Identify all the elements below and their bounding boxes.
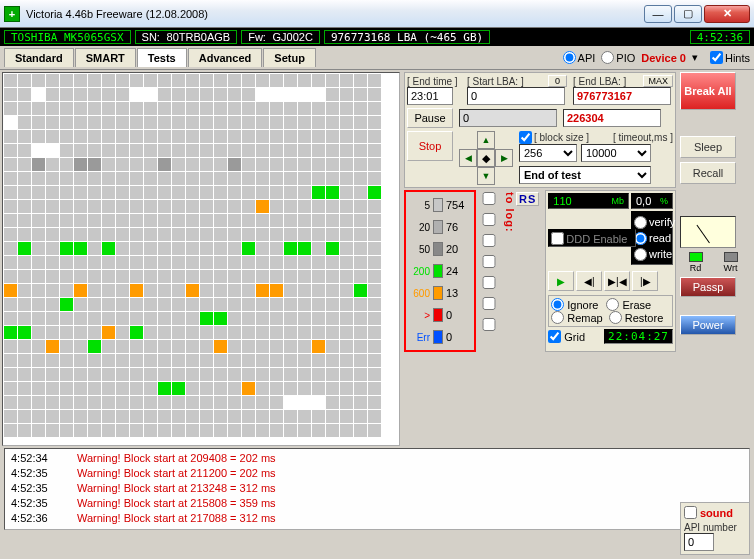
grid-cell [60,284,73,297]
end-time-input[interactable] [407,87,453,105]
end-max-button[interactable]: MAX [643,75,673,87]
pio-radio[interactable]: PIO [601,51,635,64]
close-button[interactable]: ✕ [704,5,750,23]
api-number-input[interactable] [684,533,714,551]
remap-radio[interactable]: Remap [551,311,602,324]
grid-cell [46,74,59,87]
stat-log-check-5[interactable] [480,297,498,310]
stat-log-check-2[interactable] [480,234,498,247]
timeout-select[interactable]: 10000 [581,144,651,162]
grid-cell [144,88,157,101]
action-select[interactable]: End of test [519,166,651,184]
nav-center[interactable]: ◆ [477,149,495,167]
nav-right[interactable]: ▶ [495,149,513,167]
bottom-options: sound API number [680,502,750,555]
grid-cell [158,256,171,269]
tab-setup[interactable]: Setup [263,48,316,67]
blocksize-check[interactable] [519,131,532,144]
write-radio[interactable]: write [634,248,670,261]
grid-cell [284,186,297,199]
grid-cell [368,74,381,87]
passp-button[interactable]: Passp [680,277,736,297]
grid-cell [60,424,73,437]
grid-cell [172,214,185,227]
verify-radio[interactable]: verify [634,216,670,229]
grid-cell [214,312,227,325]
play-button[interactable]: ▶ [548,271,574,291]
grid-cell [130,256,143,269]
grid-cell [144,298,157,311]
pause-button[interactable]: Pause [407,108,453,128]
read-radio[interactable]: read [634,232,670,245]
restore-radio[interactable]: Restore [609,311,664,324]
timing-stats: 5754207650202002460013>0Err0 [404,190,476,352]
grid-cell [46,214,59,227]
break-all-button[interactable]: Break All [680,72,736,110]
grid-cell [256,228,269,241]
grid-cell [242,298,255,311]
grid-cell [116,200,129,213]
grid-cell [354,116,367,129]
grid-cell [18,214,31,227]
grid-cell [270,158,283,171]
grid-cell [158,298,171,311]
stat-log-check-0[interactable] [480,192,498,205]
stat-log-check-3[interactable] [480,255,498,268]
grid-cell [172,354,185,367]
grid-cell [284,382,297,395]
stop-button[interactable]: Stop [407,131,453,161]
grid-check[interactable]: Grid [548,330,585,343]
grid-cell [74,200,87,213]
minimize-button[interactable]: — [644,5,672,23]
erase-radio[interactable]: Erase [606,298,651,311]
grid-cell [130,340,143,353]
step-fwd-button[interactable]: |▶ [632,271,658,291]
start-lba-input[interactable] [467,87,565,105]
power-button[interactable]: Power [680,315,736,335]
grid-cell [18,144,31,157]
ddd-check[interactable]: DDD Enable [551,232,633,245]
grid-cell [74,298,87,311]
sleep-button[interactable]: Sleep [680,136,736,158]
tab-advanced[interactable]: Advanced [188,48,263,67]
position-input[interactable] [563,109,661,127]
device-dropdown-icon[interactable]: ▾ [692,51,698,64]
grid-cell [340,284,353,297]
grid-cell [60,200,73,213]
grid-cell [256,130,269,143]
stat-log-check-1[interactable] [480,213,498,226]
grid-cell [326,186,339,199]
tab-smart[interactable]: SMART [75,48,136,67]
stat-log-check-6[interactable] [480,318,498,331]
start-zero-button[interactable]: 0 [548,75,567,87]
nav-up[interactable]: ▲ [477,131,495,149]
tab-tests[interactable]: Tests [137,48,187,67]
stat-log-check-4[interactable] [480,276,498,289]
grid-cell [4,340,17,353]
ignore-radio[interactable]: Ignore [551,298,598,311]
step-back-button[interactable]: ◀| [576,271,602,291]
recall-button[interactable]: Recall [680,162,736,184]
grid-cell [228,228,241,241]
grid-cell [60,242,73,255]
grid-cell [46,424,59,437]
grid-cell [368,102,381,115]
grid-cell [326,116,339,129]
end-lba-input[interactable] [573,87,671,105]
grid-cell [186,326,199,339]
grid-cell [186,102,199,115]
grid-cell [312,130,325,143]
grid-cell [158,74,171,87]
step-both-button[interactable]: ▶|◀ [604,271,630,291]
nav-left[interactable]: ◀ [459,149,477,167]
block-size-select[interactable]: 256 [519,144,577,162]
maximize-button[interactable]: ▢ [674,5,702,23]
api-radio[interactable]: API [563,51,596,64]
nav-down[interactable]: ▼ [477,167,495,185]
grid-cell [74,74,87,87]
tab-standard[interactable]: Standard [4,48,74,67]
hints-checkbox[interactable]: Hints [710,51,750,64]
grid-cell [312,340,325,353]
sound-check[interactable]: sound [684,506,746,519]
grid-cell [298,214,311,227]
